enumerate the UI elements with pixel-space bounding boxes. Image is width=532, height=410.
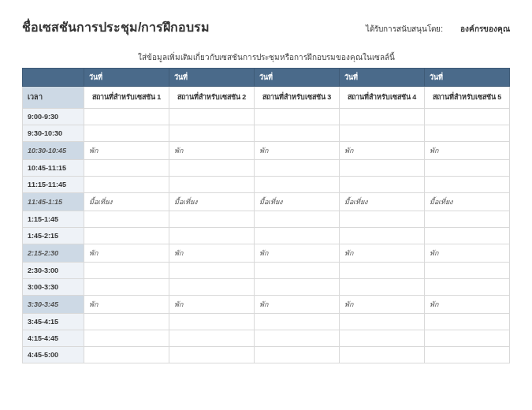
session-cell bbox=[340, 228, 425, 244]
session-cell bbox=[425, 125, 510, 142]
session-cell bbox=[340, 263, 425, 279]
session-cell bbox=[169, 263, 255, 279]
time-cell: 1:45-2:15 bbox=[23, 228, 84, 244]
session-cell bbox=[340, 177, 425, 193]
session-cell bbox=[255, 279, 340, 296]
time-cell: 3:00-3:30 bbox=[23, 279, 84, 296]
table-row: 9:30-10:30 bbox=[23, 125, 510, 142]
table-row: 11:45-1:15มื้อเที่ยงมื้อเที่ยงมื้อเที่ยง… bbox=[23, 193, 510, 211]
time-cell: 10:45-11:15 bbox=[23, 160, 84, 177]
session-cell: พัก bbox=[255, 244, 340, 263]
session-cell bbox=[340, 160, 425, 177]
session-cell bbox=[255, 125, 340, 142]
session-cell bbox=[425, 314, 510, 330]
table-row: 4:45-5:00 bbox=[23, 347, 510, 363]
location-header-row: เวลา สถานที่สำหรับเซสชัน 1 สถานที่สำหรับ… bbox=[23, 87, 510, 109]
session-cell bbox=[425, 228, 510, 244]
session-cell: พัก bbox=[169, 142, 255, 160]
session-cell: มื้อเที่ยง bbox=[169, 193, 255, 211]
time-cell: 3:45-4:15 bbox=[23, 314, 84, 330]
session-cell bbox=[425, 263, 510, 279]
session-cell: พัก bbox=[340, 142, 425, 160]
time-cell: 3:30-3:45 bbox=[23, 296, 84, 314]
session-cell: มื้อเที่ยง bbox=[255, 193, 340, 211]
session-cell bbox=[340, 314, 425, 330]
session-cell bbox=[340, 279, 425, 296]
time-cell: 11:15-11:45 bbox=[23, 177, 84, 193]
time-cell: 11:45-1:15 bbox=[23, 193, 84, 211]
session-cell bbox=[255, 228, 340, 244]
time-cell: 9:30-10:30 bbox=[23, 125, 84, 142]
day-header: วันที่ bbox=[425, 69, 510, 87]
session-cell bbox=[255, 160, 340, 177]
session-cell bbox=[169, 109, 255, 125]
subtitle: ใส่ข้อมูลเพิ่มเติมเกี่ยวกับเซสชันการประช… bbox=[22, 51, 510, 63]
session-cell bbox=[425, 109, 510, 125]
session-cell bbox=[255, 177, 340, 193]
session-cell: พัก bbox=[84, 244, 169, 263]
session-cell: พัก bbox=[340, 296, 425, 314]
session-cell: พัก bbox=[340, 244, 425, 263]
session-cell bbox=[84, 228, 169, 244]
session-cell bbox=[255, 109, 340, 125]
day-header: วันที่ bbox=[340, 69, 425, 87]
session-cell bbox=[425, 279, 510, 296]
session-cell bbox=[84, 347, 169, 363]
session-cell: พัก bbox=[169, 296, 255, 314]
table-row: 3:30-3:45พักพักพักพักพัก bbox=[23, 296, 510, 314]
session-cell bbox=[340, 125, 425, 142]
day-header: วันที่ bbox=[169, 69, 255, 87]
table-row: 3:45-4:15 bbox=[23, 314, 510, 330]
session-cell: พัก bbox=[425, 296, 510, 314]
table-row: 1:15-1:45 bbox=[23, 211, 510, 228]
session-cell bbox=[340, 347, 425, 363]
table-row: 11:15-11:45 bbox=[23, 177, 510, 193]
time-cell: 9:00-9:30 bbox=[23, 109, 84, 125]
time-cell: 10:30-10:45 bbox=[23, 142, 84, 160]
session-cell bbox=[340, 109, 425, 125]
time-cell: 1:15-1:45 bbox=[23, 211, 84, 228]
time-cell: 4:15-4:45 bbox=[23, 330, 84, 347]
session-cell bbox=[169, 211, 255, 228]
session-cell bbox=[84, 211, 169, 228]
session-cell: มื้อเที่ยง bbox=[340, 193, 425, 211]
table-row: 2:30-3:00 bbox=[23, 263, 510, 279]
session-cell bbox=[84, 279, 169, 296]
session-cell bbox=[255, 263, 340, 279]
schedule-table: วันที่ วันที่ วันที่ วันที่ วันที่ เวลา … bbox=[22, 68, 510, 363]
time-header: เวลา bbox=[23, 87, 84, 109]
session-cell bbox=[169, 314, 255, 330]
table-row: 10:30-10:45พักพักพักพักพัก bbox=[23, 142, 510, 160]
day-header: วันที่ bbox=[84, 69, 169, 87]
page-title: ชื่อเซสชันการประชุม/การฝึกอบรม bbox=[22, 17, 210, 37]
session-cell: พัก bbox=[84, 296, 169, 314]
table-row: 3:00-3:30 bbox=[23, 279, 510, 296]
location-header: สถานที่สำหรับเซสชัน 5 bbox=[425, 87, 510, 109]
session-cell: พัก bbox=[169, 244, 255, 263]
session-cell bbox=[169, 177, 255, 193]
sponsor-row: ได้รับการสนับสนุนโดย: องค์กรของคุณ bbox=[366, 23, 510, 35]
location-header: สถานที่สำหรับเซสชัน 1 bbox=[84, 87, 169, 109]
session-cell: พัก bbox=[84, 142, 169, 160]
table-row: 4:15-4:45 bbox=[23, 330, 510, 347]
session-cell: พัก bbox=[255, 142, 340, 160]
session-cell bbox=[84, 160, 169, 177]
session-cell bbox=[169, 228, 255, 244]
time-cell: 4:45-5:00 bbox=[23, 347, 84, 363]
session-cell bbox=[169, 330, 255, 347]
sponsor-org: องค์กรของคุณ bbox=[460, 23, 510, 35]
sponsor-label: ได้รับการสนับสนุนโดย: bbox=[366, 23, 443, 35]
session-cell bbox=[340, 211, 425, 228]
session-cell: มื้อเที่ยง bbox=[84, 193, 169, 211]
session-cell bbox=[84, 263, 169, 279]
session-cell: พัก bbox=[425, 244, 510, 263]
location-header: สถานที่สำหรับเซสชัน 2 bbox=[169, 87, 255, 109]
session-cell bbox=[425, 211, 510, 228]
day-header-row: วันที่ วันที่ วันที่ วันที่ วันที่ bbox=[23, 69, 510, 87]
session-cell bbox=[169, 279, 255, 296]
session-cell bbox=[84, 125, 169, 142]
session-cell bbox=[255, 211, 340, 228]
session-cell bbox=[84, 314, 169, 330]
session-cell: มื้อเที่ยง bbox=[425, 193, 510, 211]
table-row: 10:45-11:15 bbox=[23, 160, 510, 177]
